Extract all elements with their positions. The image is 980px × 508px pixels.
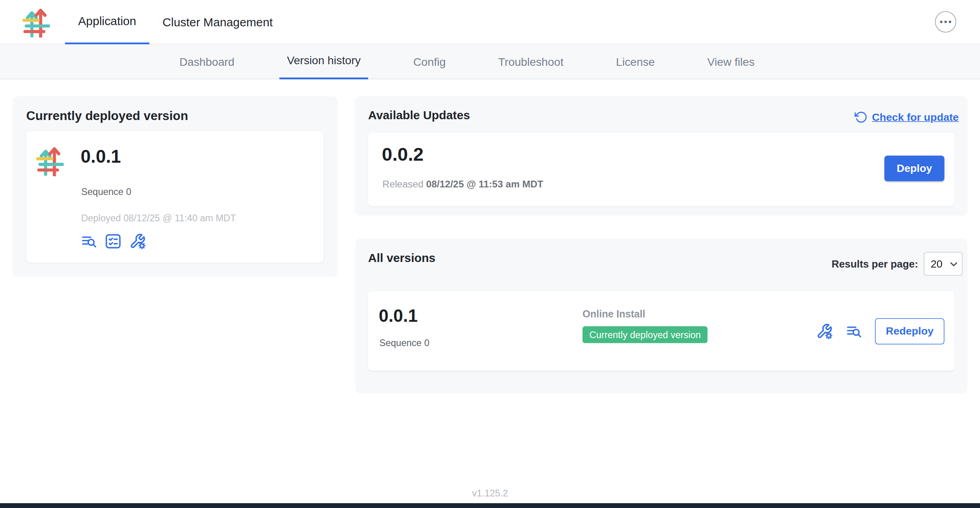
checklist-icon (105, 233, 121, 250)
preflight-checks-button[interactable] (105, 233, 121, 250)
deployed-action-icons (81, 233, 146, 250)
edit-config-button[interactable] (816, 323, 832, 339)
available-updates-card: Available Updates Check for update 0.0.2… (355, 96, 967, 215)
update-version-number: 0.0.2 (382, 144, 424, 165)
header-tabs: Application Cluster Management (65, 0, 286, 44)
all-versions-title: All versions (368, 251, 435, 265)
subnav-item-license[interactable]: License (608, 44, 662, 79)
all-versions-card: All versions Results per page: 20 0.0.1 … (355, 239, 967, 393)
refresh-icon (854, 110, 868, 124)
wrench-gear-icon (129, 233, 146, 250)
subnav-item-troubleshoot[interactable]: Troubleshoot (491, 44, 571, 79)
release-notes-button[interactable] (81, 233, 97, 250)
tab-application[interactable]: Application (65, 0, 150, 44)
page: Application Cluster Management Dashboard… (0, 0, 980, 508)
lines-magnifier-icon (81, 233, 97, 250)
results-per-page-control: Results per page: 20 (832, 252, 962, 276)
available-updates-title: Available Updates (368, 109, 470, 122)
update-row: 0.0.2 Released 08/12/25 @ 11:53 am MDT D… (368, 132, 954, 206)
bottom-bar (0, 503, 980, 508)
overflow-menu-button[interactable] (935, 11, 956, 32)
app-subnav: Dashboard Version history Config Trouble… (0, 44, 980, 79)
row-version-number: 0.0.1 (379, 306, 418, 326)
wrench-gear-icon (816, 323, 832, 339)
row-sequence-label: Sequence 0 (380, 338, 430, 349)
console-version-label: v1.125.2 (0, 488, 980, 498)
app-logo-icon (22, 7, 50, 37)
deployed-version-panel: 0.0.1 Sequence 0 Deployed 08/12/25 @ 11:… (26, 131, 324, 262)
currently-deployed-card: Currently deployed version 0.0.1 Sequenc… (12, 96, 337, 277)
tab-cluster-management[interactable]: Cluster Management (150, 0, 286, 44)
subnav-item-view-files[interactable]: View files (700, 44, 762, 79)
subnav-item-version-history[interactable]: Version history (279, 44, 368, 79)
check-for-update-label: Check for update (872, 111, 959, 123)
page-size-select[interactable]: 20 (924, 252, 962, 276)
row-actions: Redeploy (816, 291, 944, 371)
top-header: Application Cluster Management (0, 0, 980, 44)
released-timestamp: Released 08/12/25 @ 11:53 am MDT (382, 179, 543, 190)
deployed-sequence-label: Sequence 0 (81, 186, 132, 197)
deployed-timestamp: Deployed 08/12/25 @ 11:40 am MDT (81, 213, 236, 223)
results-per-page-label: Results per page: (832, 258, 918, 270)
lines-magnifier-icon (846, 323, 862, 339)
check-for-update-link[interactable]: Check for update (854, 110, 959, 124)
deployed-version-number: 0.0.1 (81, 146, 121, 167)
ellipsis-icon (940, 21, 943, 23)
redeploy-button[interactable]: Redeploy (875, 318, 945, 344)
main-content: Currently deployed version 0.0.1 Sequenc… (0, 79, 980, 508)
subnav-item-dashboard[interactable]: Dashboard (172, 44, 242, 79)
currently-deployed-badge: Currently deployed version (582, 326, 708, 343)
version-row: 0.0.1 Sequence 0 Online Install Currentl… (368, 291, 954, 371)
edit-config-button[interactable] (129, 233, 146, 250)
install-type-label: Online Install (582, 309, 645, 320)
subnav-item-config[interactable]: Config (406, 44, 453, 79)
app-logo-icon (36, 145, 64, 176)
deployed-card-title: Currently deployed version (26, 109, 188, 123)
release-notes-button[interactable] (846, 323, 862, 339)
deploy-button[interactable]: Deploy (884, 156, 944, 181)
